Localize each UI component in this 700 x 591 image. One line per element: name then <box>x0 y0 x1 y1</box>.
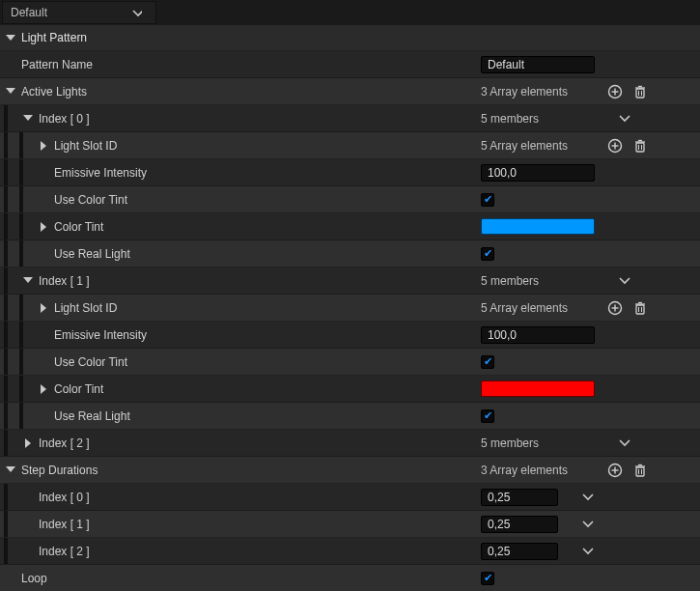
chevron-down-icon <box>132 8 142 17</box>
use-real-light-checkbox[interactable] <box>481 409 494 423</box>
triangle-down-icon <box>6 33 15 42</box>
active-lights-summary: 3 Array elements <box>481 85 568 98</box>
chevron-down-icon[interactable] <box>580 544 596 559</box>
row-light-slot-id-0[interactable]: Light Slot ID 5 Array elements <box>0 132 700 159</box>
triangle-down-icon <box>23 114 33 124</box>
row-active-lights-index-2[interactable]: Index [ 2 ] 5 members <box>0 430 700 457</box>
row-pattern-name: Pattern Name <box>0 51 700 78</box>
emissive-intensity-label: Emissive Intensity <box>54 166 147 180</box>
use-color-tint-label: Use Color Tint <box>54 193 127 207</box>
clear-array-button[interactable] <box>632 300 648 316</box>
row-use-color-tint-1: Use Color Tint <box>0 349 700 376</box>
use-color-tint-checkbox[interactable] <box>481 193 494 207</box>
members-summary: 5 members <box>481 274 539 288</box>
pattern-name-label: Pattern Name <box>21 58 93 71</box>
top-bar: Default <box>0 0 700 25</box>
add-element-button[interactable] <box>607 84 623 99</box>
row-color-tint-0: Color Tint <box>0 213 700 240</box>
chevron-down-icon[interactable] <box>580 517 596 532</box>
row-light-slot-id-1[interactable]: Light Slot ID 5 Array elements <box>0 295 700 322</box>
clear-array-button[interactable] <box>632 463 648 478</box>
emissive-intensity-label: Emissive Intensity <box>54 328 147 342</box>
preset-dropdown[interactable]: Default <box>2 1 156 24</box>
members-summary: 5 members <box>481 112 539 126</box>
use-real-light-checkbox[interactable] <box>481 247 494 261</box>
light-slot-id-label: Light Slot ID <box>54 301 117 315</box>
light-slot-id-summary: 5 Array elements <box>481 301 568 315</box>
color-tint-swatch[interactable] <box>481 218 595 235</box>
step-index-label: Index [ 2 ] <box>39 545 90 558</box>
triangle-right-icon <box>39 222 48 232</box>
row-active-lights-index-1[interactable]: Index [ 1 ] 5 members <box>0 267 700 295</box>
row-loop: Loop <box>0 565 700 591</box>
index-label: Index [ 1 ] <box>39 274 90 288</box>
use-color-tint-label: Use Color Tint <box>54 355 127 369</box>
row-color-tint-1: Color Tint <box>0 376 700 403</box>
use-real-light-label: Use Real Light <box>54 247 130 261</box>
step-duration-input[interactable] <box>481 489 558 506</box>
step-index-label: Index [ 0 ] <box>39 491 90 504</box>
light-slot-id-label: Light Slot ID <box>54 139 117 153</box>
step-duration-input[interactable] <box>481 516 558 533</box>
row-step-durations[interactable]: Step Durations 3 Array elements <box>0 457 700 484</box>
loop-label: Loop <box>21 572 47 585</box>
row-active-lights[interactable]: Active Lights 3 Array elements <box>0 78 700 105</box>
light-slot-id-summary: 5 Array elements <box>481 139 568 153</box>
row-emissive-intensity-0: Emissive Intensity <box>0 159 700 186</box>
triangle-down-icon <box>6 465 15 475</box>
triangle-down-icon <box>6 87 15 97</box>
chevron-down-icon[interactable] <box>617 273 632 289</box>
use-real-light-label: Use Real Light <box>54 409 130 423</box>
row-emissive-intensity-1: Emissive Intensity <box>0 322 700 349</box>
step-durations-summary: 3 Array elements <box>481 464 568 477</box>
step-index-label: Index [ 1 ] <box>39 518 90 531</box>
triangle-right-icon <box>39 303 48 313</box>
color-tint-label: Color Tint <box>54 220 103 234</box>
chevron-down-icon[interactable] <box>617 111 632 127</box>
color-tint-swatch[interactable] <box>481 380 595 397</box>
triangle-right-icon <box>23 438 33 448</box>
row-step-duration-0: Index [ 0 ] <box>0 484 700 511</box>
chevron-down-icon[interactable] <box>580 490 596 505</box>
members-summary: 5 members <box>481 436 539 450</box>
row-step-duration-1: Index [ 1 ] <box>0 511 700 538</box>
step-durations-label: Step Durations <box>21 464 98 477</box>
triangle-down-icon <box>23 276 33 286</box>
clear-array-button[interactable] <box>632 138 648 154</box>
index-label: Index [ 2 ] <box>39 436 90 450</box>
color-tint-label: Color Tint <box>54 382 103 396</box>
index-label: Index [ 0 ] <box>39 112 90 126</box>
triangle-right-icon <box>39 141 48 151</box>
row-step-duration-2: Index [ 2 ] <box>0 538 700 565</box>
add-element-button[interactable] <box>607 138 623 154</box>
chevron-down-icon[interactable] <box>617 436 632 451</box>
pattern-name-input[interactable] <box>481 56 595 73</box>
row-use-real-light-0: Use Real Light <box>0 240 700 267</box>
clear-array-button[interactable] <box>632 84 648 99</box>
emissive-intensity-input[interactable] <box>481 326 595 344</box>
section-title: Light Pattern <box>21 31 87 44</box>
add-element-button[interactable] <box>607 300 623 316</box>
add-element-button[interactable] <box>607 463 623 478</box>
row-active-lights-index-0[interactable]: Index [ 0 ] 5 members <box>0 105 700 132</box>
step-duration-input[interactable] <box>481 543 558 560</box>
triangle-right-icon <box>39 384 48 394</box>
use-color-tint-checkbox[interactable] <box>481 355 494 369</box>
row-use-real-light-1: Use Real Light <box>0 403 700 430</box>
active-lights-label: Active Lights <box>21 85 87 98</box>
loop-checkbox[interactable] <box>481 572 494 585</box>
emissive-intensity-input[interactable] <box>481 164 595 182</box>
row-use-color-tint-0: Use Color Tint <box>0 186 700 213</box>
section-header-light-pattern[interactable]: Light Pattern <box>0 25 700 51</box>
preset-dropdown-label: Default <box>11 6 47 19</box>
